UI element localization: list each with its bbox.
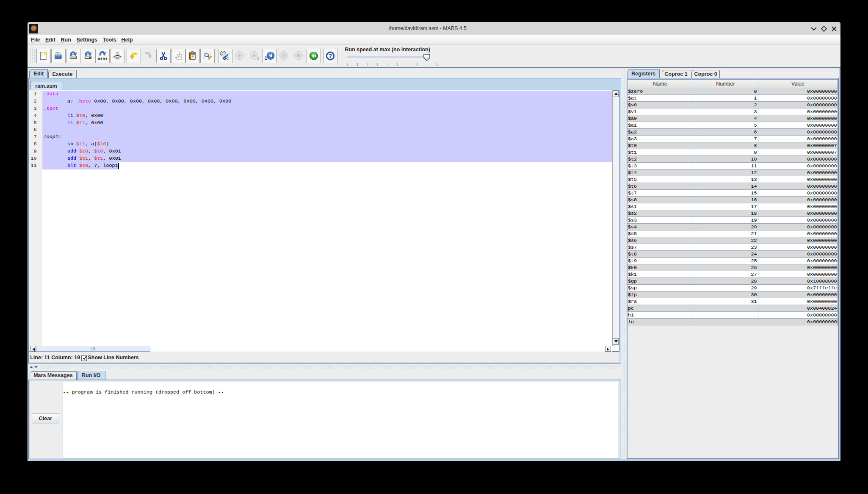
svg-text:1: 1 <box>257 56 259 61</box>
svg-text:0101: 0101 <box>98 56 108 61</box>
svg-text:?: ? <box>329 53 332 59</box>
